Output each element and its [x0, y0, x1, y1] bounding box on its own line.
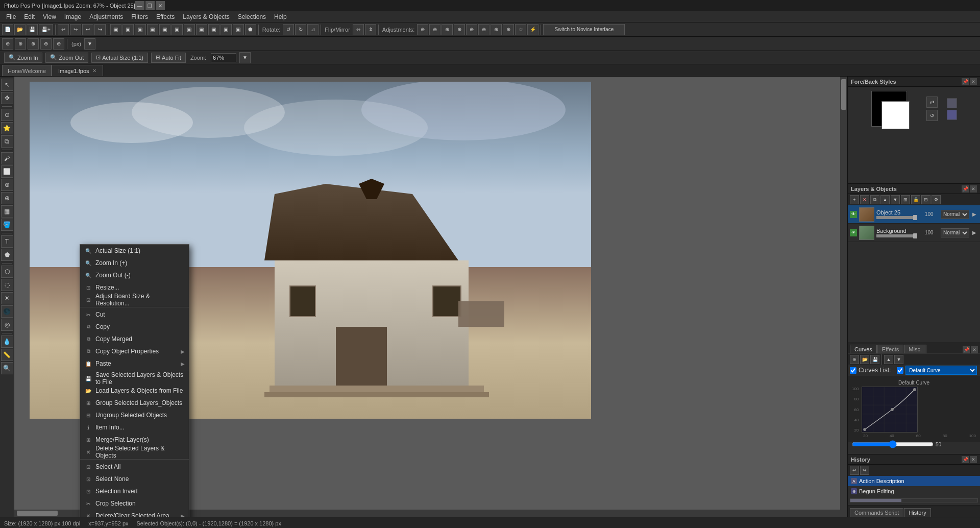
history-row-0[interactable]: A Action Description [848, 476, 980, 486]
zoom-out-btn[interactable]: 🔍 Zoom Out [45, 53, 88, 63]
tool-fill[interactable]: 🪣 [1, 219, 13, 231]
cm-item-zoom-in[interactable]: 🔍Zoom In (+) [80, 257, 189, 269]
cm-item-select-none[interactable]: ⊡Select None [80, 473, 189, 485]
tool-burn[interactable]: 🌑 [1, 305, 13, 318]
reset-colors-btn[interactable]: ↺ [926, 110, 938, 121]
curves-tb2-btn[interactable]: 📂 [860, 355, 869, 364]
tool2-btn[interactable]: ▣ [122, 24, 134, 35]
tool11-btn[interactable]: ▣ [233, 24, 244, 35]
curves-list-checkbox[interactable] [850, 367, 856, 374]
undo-button[interactable]: ↩ [58, 24, 69, 35]
curves-close-btn[interactable]: ✕ [971, 346, 978, 353]
layer-row-object25[interactable]: 👁 Object 25 100 Normal [848, 205, 980, 224]
tab-image[interactable]: Image1.fpos ✕ [52, 65, 103, 76]
tool-eraser[interactable]: ⬜ [1, 165, 13, 178]
tool7-btn[interactable]: ▣ [184, 24, 195, 35]
tool-sharpen[interactable]: ⬡ [1, 266, 13, 278]
tool6-btn[interactable]: ▣ [172, 24, 183, 35]
tool-text[interactable]: T [1, 235, 13, 248]
layer-move-down-btn[interactable]: ▼ [891, 195, 900, 204]
cm-item-save-selected[interactable]: 💾Save Selected Layers & Objects to File [80, 372, 189, 385]
mirror-btn[interactable]: ⇕ [365, 24, 376, 35]
tool-lasso[interactable]: ⊙ [1, 109, 13, 121]
menu-edit[interactable]: Edit [20, 12, 39, 21]
curves-pin-btn[interactable]: 📌 [963, 346, 970, 353]
menu-help[interactable]: Help [270, 12, 291, 21]
layers-pin-btn[interactable]: 📌 [962, 185, 969, 193]
minimize-button[interactable]: — [135, 1, 144, 10]
forebackstyles-controls[interactable]: 📌 ✕ [962, 78, 977, 85]
layer-merge-btn[interactable]: ⊞ [901, 195, 910, 204]
cm-item-resize[interactable]: ⊡Resize... [80, 281, 189, 294]
background-swatch[interactable] [881, 101, 910, 129]
tool1-btn[interactable]: ▣ [110, 24, 121, 35]
rotate-custom-btn[interactable]: ⊿ [307, 24, 318, 35]
adj6-btn[interactable]: ⊕ [478, 24, 489, 35]
px-dropdown-btn[interactable]: ▼ [84, 38, 95, 50]
tab-history[interactable]: History [904, 508, 930, 517]
forebackstyles-pin-btn[interactable]: 📌 [962, 78, 969, 85]
layer-delete-btn[interactable]: ✕ [860, 195, 869, 204]
cm-item-copy-merged[interactable]: ⧉Copy Merged [80, 333, 189, 345]
save-as-button[interactable]: 💾+ [39, 24, 53, 35]
cm-item-zoom-out[interactable]: 🔍Zoom Out (-) [80, 269, 189, 281]
rotate-ccw-btn[interactable]: ↺ [283, 24, 294, 35]
history-undo-btn[interactable]: ↩ [850, 466, 859, 475]
layer-duplicate-btn[interactable]: ⧉ [870, 195, 879, 204]
tab-misc[interactable]: Misc. [904, 345, 926, 353]
curves-slider[interactable] [852, 440, 934, 448]
tool10-btn[interactable]: ▣ [220, 24, 232, 35]
history-controls[interactable]: 📌 ✕ [962, 456, 977, 463]
zoom-in-btn[interactable]: 🔍 Zoom In [4, 53, 42, 63]
maximize-button[interactable]: ❐ [145, 1, 155, 10]
tool-heal[interactable]: ⊕ [1, 192, 13, 204]
adj1-btn[interactable]: ⊕ [417, 24, 428, 35]
vertical-scrollbar-thumb[interactable] [841, 79, 846, 110]
tool-select[interactable]: ↖ [1, 79, 13, 91]
layer-opacity-slider-object25[interactable] [876, 216, 917, 219]
layer-opacity-handle-background[interactable] [913, 233, 917, 238]
tab-curves[interactable]: Curves [850, 345, 877, 353]
layer-eye-object25[interactable]: 👁 [850, 211, 857, 218]
menu-adjustments[interactable]: Adjustments [85, 12, 127, 21]
tool-gradient[interactable]: ▦ [1, 205, 13, 218]
tool-clone[interactable]: ⊕ [1, 179, 13, 191]
cm-item-copy-obj-props[interactable]: ⧉Copy Object Properties▶ [80, 345, 189, 357]
redo2-button[interactable]: ↪ [94, 24, 106, 35]
curves-tb1-btn[interactable]: ⊕ [850, 355, 859, 364]
cm-item-item-info[interactable]: ℹItem Info... [80, 421, 189, 434]
layer-mode-background[interactable]: Normal Multiply Screen [941, 228, 969, 237]
tool8-btn[interactable]: ▣ [196, 24, 207, 35]
tool12-btn[interactable]: ⬟ [245, 24, 256, 35]
new-button[interactable]: 📄 [2, 24, 13, 35]
cm-item-merge-flat[interactable]: ⊞Merge/Flat Layer(s) [80, 434, 189, 446]
layer-row-background[interactable]: 👁 Background 100 Norma [848, 224, 980, 242]
open-button[interactable]: 📂 [14, 24, 26, 35]
ctx3-btn[interactable]: ⊕ [28, 38, 39, 50]
tool-shape[interactable]: ⬟ [1, 249, 13, 261]
tab-home[interactable]: Hone/Welcome [2, 65, 52, 76]
cm-item-cut[interactable]: ✂Cut [80, 308, 189, 321]
zoom-dropdown-btn[interactable]: ▼ [239, 52, 251, 63]
cm-item-paste[interactable]: 📋Paste▶ [80, 357, 189, 370]
tool-blur[interactable]: ◌ [1, 279, 13, 291]
cm-item-copy[interactable]: ⧉Copy [80, 321, 189, 333]
layer-opacity-slider-background[interactable] [876, 234, 917, 237]
cm-item-load-layers[interactable]: 📂Load Layers & Objects from File [80, 385, 189, 397]
tool9-btn[interactable]: ▣ [208, 24, 219, 35]
small-swatch1[interactable] [947, 98, 957, 108]
curves-panel-controls[interactable]: 📌 ✕ [963, 346, 978, 353]
tool-dodge[interactable]: ☀ [1, 292, 13, 304]
tool4-btn[interactable]: ▣ [147, 24, 158, 35]
cm-item-group-selected[interactable]: ⊞Group Selected Layers_Objects [80, 397, 189, 409]
rotate-cw-btn[interactable]: ↻ [295, 24, 306, 35]
tool-brush[interactable]: 🖌 [1, 152, 13, 164]
ctx5-btn[interactable]: ⊕ [53, 38, 64, 50]
tool-sponge[interactable]: ◎ [1, 319, 13, 331]
tool-move[interactable]: ✥ [1, 92, 13, 104]
flip-btn[interactable]: ⇔ [353, 24, 364, 35]
tab-commands-script[interactable]: Commands Script [850, 508, 903, 517]
adj5-btn[interactable]: ⊕ [466, 24, 477, 35]
forebackstyles-close-btn[interactable]: ✕ [970, 78, 977, 85]
tab-close-icon[interactable]: ✕ [92, 68, 96, 74]
